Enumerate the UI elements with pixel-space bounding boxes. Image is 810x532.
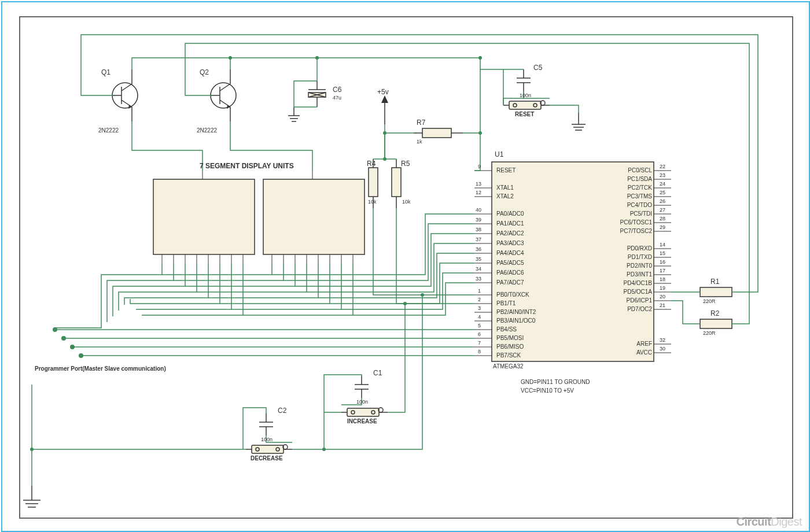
pin-PD1: PD1/TXD (620, 254, 652, 260)
pin-PD0: PD0/RXD (620, 245, 652, 252)
svg-point-140 (315, 56, 319, 60)
pn24: 24 (660, 181, 665, 187)
mcu-left-pins (474, 171, 492, 356)
pin-PA2: PA2/ADC2 (496, 230, 524, 237)
pn8: 8 (478, 349, 481, 354)
cap-c6 (308, 81, 326, 107)
programmer-label: Programmer Port(Master Slave communicati… (35, 365, 166, 372)
pn17: 17 (660, 268, 665, 274)
pn4: 4 (478, 314, 481, 320)
button-reset (503, 101, 550, 109)
plus5v (381, 95, 388, 124)
cap-c5 (517, 69, 531, 91)
q2-ref: Q2 (200, 68, 209, 76)
pn26: 26 (660, 198, 665, 204)
pin-PD7: PD7/OC2 (620, 306, 652, 312)
pin-PA4: PA4/ADC4 (496, 250, 524, 256)
pin-PA7: PA7/ADC7 (496, 279, 524, 286)
pn14: 14 (660, 242, 665, 247)
pn22: 22 (660, 164, 665, 169)
pn2: 2 (478, 297, 481, 302)
svg-rect-112 (347, 408, 379, 416)
v5: +5v (377, 88, 389, 96)
svg-point-137 (383, 157, 386, 161)
pn7: 7 (478, 340, 481, 346)
c5-val: 100n (520, 93, 531, 98)
pn23: 23 (660, 172, 665, 178)
pin-PC5: PC5/TDI (620, 210, 652, 217)
svg-marker-59 (128, 105, 132, 109)
pin-RESET: RESET (496, 167, 516, 173)
seven-seg-right (263, 179, 365, 254)
c1-ref: C1 (373, 369, 382, 377)
pn12: 12 (476, 190, 481, 195)
vcc-note: VCC=PIN10 TO +5V (521, 387, 574, 394)
svg-point-135 (79, 353, 83, 358)
schematic-canvas: U1 ATMEGA32 RESET XTAL1 XTAL2 PA0/ADC0 P… (0, 0, 810, 532)
c2-val: 100n (261, 437, 273, 442)
pin-PB7: PB7/SCK (496, 352, 521, 359)
svg-point-133 (61, 336, 66, 341)
reset-label: RESET (515, 111, 534, 117)
gnd-main (23, 486, 41, 507)
res-r2 (700, 319, 732, 328)
watermark: CircuitDigest (736, 515, 802, 529)
pin-PA6: PA6/ADC6 (496, 269, 524, 276)
button-decrease (246, 445, 292, 453)
pin-PC2: PC2/TCK (620, 184, 652, 191)
svg-point-143 (421, 293, 424, 297)
svg-point-145 (322, 448, 326, 451)
pn6: 6 (478, 331, 481, 337)
pin-PD3: PD3/INT1 (620, 271, 652, 278)
gnd-note: GND=PIN11 TO GROUND (521, 379, 590, 385)
r2-ref: R2 (710, 309, 719, 317)
svg-rect-82 (369, 168, 378, 197)
res-r7 (414, 128, 463, 138)
pn29: 29 (660, 224, 665, 230)
pin-PC3: PC3/TMS (620, 193, 652, 200)
r7-ref: R7 (417, 119, 425, 127)
r7-val: 1k (417, 139, 422, 145)
pin-PC0: PC0/SCL (620, 167, 652, 173)
seven-seg-left (153, 179, 255, 254)
svg-line-65 (220, 84, 230, 91)
pin-PC4: PC4/TDO (620, 202, 652, 208)
seg-left-pins (162, 254, 243, 263)
cap-c2 (259, 413, 273, 435)
r5-ref: R5 (401, 160, 410, 168)
pn30: 30 (660, 346, 665, 352)
svg-line-57 (122, 84, 132, 91)
svg-point-139 (229, 56, 232, 60)
pin-PC1: PC1/SDA (620, 176, 652, 182)
pin-PD5: PD5/OC1A (616, 289, 652, 295)
watermark-suffix: Digest (771, 515, 802, 528)
pin-PB5: PB5/MOSI (496, 335, 524, 341)
res-r1 (700, 287, 732, 297)
r5-val: 10k (402, 199, 411, 205)
pin-XTAL2: XTAL2 (496, 193, 514, 200)
svg-point-144 (30, 448, 34, 451)
pin-PB1: PB1/T1 (496, 300, 516, 306)
pin-PC6: PC6/TOSC1 (612, 219, 652, 226)
svg-point-138 (478, 131, 482, 135)
c6-ref: C6 (333, 86, 341, 94)
pn28: 28 (660, 216, 665, 221)
svg-rect-88 (422, 128, 451, 138)
c6-val: 47u (333, 95, 341, 101)
pn33: 33 (476, 276, 481, 282)
u1-part: ATMEGA32 (493, 363, 524, 370)
pin-PA0: PA0/ADC0 (496, 210, 524, 217)
button-increase (341, 408, 388, 416)
pin-PA1: PA1/ADC1 (496, 220, 524, 227)
pin-PB4: PB4/SS (496, 326, 517, 332)
pn34: 34 (476, 266, 481, 272)
cap-c1 (355, 376, 369, 398)
pn13: 13 (476, 181, 481, 187)
pn19: 19 (660, 285, 665, 291)
pin-PB2: PB2/AIN0/INT2 (496, 309, 536, 315)
schematic-svg (0, 0, 810, 532)
display-title: 7 SEGMENT DISPLAY UNITS (200, 162, 294, 170)
svg-point-134 (70, 345, 75, 349)
svg-rect-96 (509, 101, 541, 109)
c2-ref: C2 (278, 407, 286, 415)
